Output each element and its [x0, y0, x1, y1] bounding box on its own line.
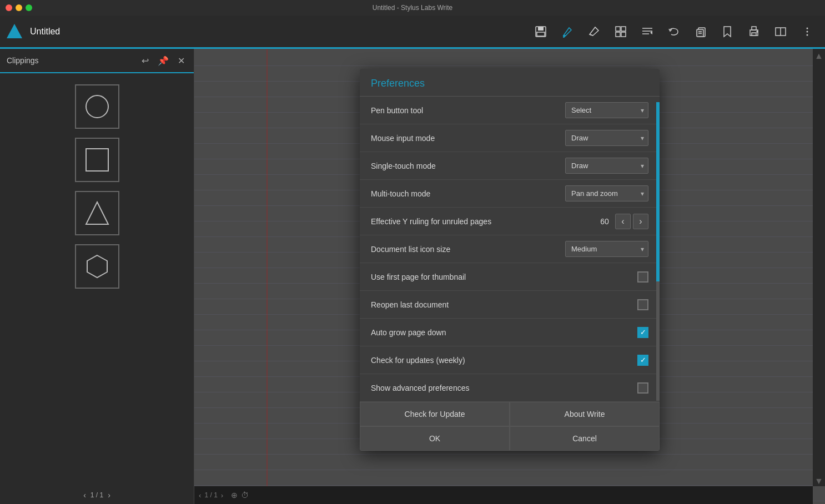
svg-rect-19 — [752, 33, 756, 36]
grid-button[interactable] — [608, 19, 633, 44]
pref-row-effective-y-ruling: Effective Y ruling for unruled pages 60 … — [360, 208, 660, 235]
pref-scrollbar[interactable] — [656, 102, 660, 401]
pref-label-mouse-input-mode: Mouse input mode — [371, 134, 435, 143]
pref-header: Preferences — [360, 69, 660, 97]
pref-label-use-first-page-thumbnail: Use first page for thumbnail — [371, 273, 466, 281]
pref-label-check-for-updates: Check for updates (weekly) — [371, 356, 465, 365]
pref-row-use-first-page-thumbnail: Use first page for thumbnail — [360, 263, 660, 291]
svg-rect-3 — [537, 32, 545, 36]
pref-footer-row-2: OK Cancel — [360, 426, 660, 451]
svg-rect-18 — [752, 27, 756, 30]
pref-row-document-list-icon-size: Document list icon size Small Medium Lar… — [360, 235, 660, 263]
eraser-button[interactable] — [582, 19, 606, 44]
svg-marker-29 — [87, 255, 107, 278]
pref-row-auto-grow-page-down: Auto grow page down — [360, 319, 660, 346]
svg-rect-27 — [86, 149, 108, 171]
sidebar-header: Clippings ↩ 📌 ✕ — [0, 49, 194, 73]
minimize-button[interactable] — [16, 4, 22, 11]
svg-rect-5 — [616, 27, 620, 31]
pref-body: Pen button tool Select Draw Erase ▾ — [360, 97, 660, 402]
hexagon-icon — [83, 253, 111, 280]
toolbar-right — [529, 19, 819, 44]
sidebar-prev-page[interactable]: ‹ — [83, 491, 86, 500]
svg-line-4 — [590, 34, 593, 36]
show-advanced-preferences-checkbox[interactable] — [637, 382, 648, 394]
sidebar-title: Clippings — [7, 56, 39, 65]
sidebar-undo-button[interactable]: ↩ — [139, 53, 151, 68]
close-button[interactable] — [6, 4, 12, 11]
pref-row-mouse-input-mode: Mouse input mode Draw Select Pan and zoo… — [360, 124, 660, 152]
use-first-page-thumbnail-checkbox[interactable] — [637, 271, 648, 283]
preferences-dialog: Preferences Pen button tool Select Draw … — [360, 69, 660, 451]
bookmark-button[interactable] — [715, 19, 740, 44]
window-title: Untitled - Stylus Labs Write — [373, 4, 453, 12]
document-list-icon-size-select-wrapper: Small Medium Large ▾ — [565, 241, 648, 257]
pref-label-effective-y-ruling: Effective Y ruling for unruled pages — [371, 217, 491, 226]
auto-grow-page-down-checkbox[interactable] — [637, 327, 648, 338]
print-button[interactable] — [742, 19, 766, 44]
pref-label-auto-grow-page-down: Auto grow page down — [371, 328, 446, 337]
mouse-input-mode-select[interactable]: Draw Select Pan and zoom — [565, 130, 648, 146]
sidebar-pin-button[interactable]: 📌 — [155, 53, 171, 68]
pref-row-check-for-updates: Check for updates (weekly) — [360, 346, 660, 374]
document-list-icon-size-select[interactable]: Small Medium Large — [565, 241, 648, 257]
mouse-input-mode-select-wrapper: Draw Select Pan and zoom ▾ — [565, 130, 648, 146]
more-button[interactable] — [795, 19, 819, 44]
pref-label-single-touch-mode: Single-touch mode — [371, 162, 436, 170]
svg-rect-6 — [621, 27, 626, 31]
sidebar-close-button[interactable]: ✕ — [175, 53, 187, 68]
app-logo — [6, 23, 23, 41]
svg-rect-2 — [538, 27, 544, 31]
content-area: Clippings ↩ 📌 ✕ — [0, 49, 825, 504]
svg-point-20 — [757, 31, 758, 32]
about-write-button[interactable]: About Write — [510, 402, 660, 426]
sidebar-next-page[interactable]: › — [108, 491, 110, 500]
modal-overlay: Preferences Pen button tool Select Draw … — [194, 49, 825, 504]
pref-title: Preferences — [371, 78, 425, 89]
shape-square[interactable] — [75, 138, 119, 182]
pen-button-tool-select[interactable]: Select Draw Erase — [565, 102, 648, 118]
svg-marker-0 — [7, 24, 22, 38]
effective-y-ruling-increment[interactable]: › — [633, 214, 648, 229]
svg-rect-8 — [621, 32, 626, 37]
paste-button[interactable] — [688, 19, 713, 44]
pref-row-pen-button-tool: Pen button tool Select Draw Erase ▾ — [360, 97, 660, 124]
svg-point-24 — [807, 31, 808, 32]
effective-y-ruling-stepper: 60 ‹ › — [596, 214, 648, 229]
pen-tool-button[interactable] — [555, 19, 580, 44]
reopen-last-document-checkbox[interactable] — [637, 299, 648, 310]
multi-touch-mode-select[interactable]: Draw Select Pan and zoom — [565, 185, 648, 201]
maximize-button[interactable] — [26, 4, 32, 11]
pref-label-document-list-icon-size: Document list icon size — [371, 245, 450, 254]
app-title: Untitled — [30, 27, 60, 37]
pref-footer: Check for Update About Write OK Cancel — [360, 402, 660, 451]
sidebar: Clippings ↩ 📌 ✕ — [0, 49, 194, 504]
ok-button[interactable]: OK — [360, 426, 510, 451]
triangle-icon — [83, 199, 111, 227]
sidebar-shapes — [0, 73, 194, 300]
format-button[interactable] — [635, 19, 660, 44]
undo-button[interactable] — [662, 19, 686, 44]
shape-triangle[interactable] — [75, 191, 119, 235]
svg-point-26 — [86, 95, 108, 118]
shape-circle[interactable] — [75, 84, 119, 129]
svg-marker-28 — [86, 202, 108, 224]
cancel-button[interactable]: Cancel — [510, 426, 660, 451]
pref-label-show-advanced-preferences: Show advanced preferences — [371, 384, 469, 392]
single-touch-mode-select[interactable]: Draw Select Pan and zoom — [565, 158, 648, 174]
check-for-updates-checkbox[interactable] — [637, 355, 648, 366]
toolbar-left: Untitled — [6, 23, 529, 41]
pref-scrollbar-thumb — [656, 102, 660, 281]
canvas-container: ▲ ▼ ‹ 1 / 1 › ⊕ ⏱ Preferences Pen button… — [194, 49, 825, 504]
check-for-update-button[interactable]: Check for Update — [360, 402, 510, 426]
circle-icon — [83, 93, 111, 120]
title-bar: Untitled - Stylus Labs Write — [0, 0, 825, 16]
shape-hexagon[interactable] — [75, 244, 119, 289]
effective-y-ruling-value: 60 — [596, 217, 613, 226]
save-button[interactable] — [529, 19, 553, 44]
split-button[interactable] — [768, 19, 793, 44]
effective-y-ruling-decrement[interactable]: ‹ — [615, 214, 631, 229]
main-toolbar: Untitled — [0, 16, 825, 49]
svg-marker-12 — [650, 31, 652, 34]
pref-footer-row-1: Check for Update About Write — [360, 402, 660, 426]
